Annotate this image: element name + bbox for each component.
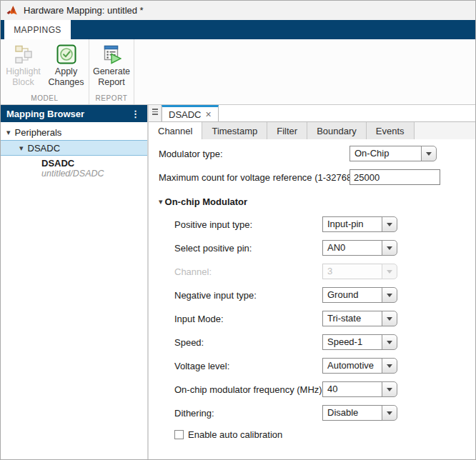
tree-item-dsadc-group[interactable]: ▾ DSADC — [1, 140, 147, 156]
toolbar-section-model-label: MODEL — [1, 94, 89, 102]
positive-input-type-label: Positive input type: — [174, 219, 252, 230]
chevron-down-icon — [387, 223, 392, 226]
positive-input-type-value[interactable]: Input-pin — [322, 216, 382, 232]
channel-value: 3 — [322, 264, 382, 279]
tab-timestamp[interactable]: Timestamp — [202, 122, 267, 139]
tree-item-dsadc-group-label: DSADC — [28, 143, 61, 154]
negative-input-type-value[interactable]: Ground — [322, 287, 382, 303]
auto-calibration-row: Enable auto calibration — [149, 429, 475, 440]
generate-report-icon — [101, 44, 122, 64]
chevron-down-icon — [387, 388, 392, 391]
toolbar-group-model: Highlight Block Apply Changes MODEL — [1, 39, 89, 104]
document-tab-dsadc[interactable]: DSADC × — [162, 105, 219, 121]
max-count-row: Maximum count for voltage reference (1-3… — [149, 169, 475, 185]
select-positive-pin-value[interactable]: AN0 — [322, 240, 382, 256]
window-title: Hardware Mapping: untitled * — [24, 5, 144, 16]
dropdown-button[interactable] — [382, 216, 397, 232]
chevron-down-icon — [387, 364, 392, 368]
select-positive-pin-combo[interactable]: AN0 — [322, 240, 397, 256]
expand-arrow-icon[interactable]: ▾ — [19, 144, 24, 152]
tree-item-peripherals[interactable]: ▾ Peripherals — [1, 124, 147, 140]
dropdown-button[interactable] — [382, 311, 397, 326]
apply-changes-icon — [56, 44, 76, 64]
voltage-level-combo[interactable]: Automotive — [322, 358, 397, 374]
channel-form: Modulator type: On-Chip Maximum count fo… — [149, 139, 475, 459]
apply-changes-label: Apply Changes — [46, 66, 87, 88]
generate-report-button[interactable]: Generate Report — [90, 39, 133, 88]
expand-arrow-icon[interactable]: ▾ — [6, 129, 11, 136]
modulator-type-combo[interactable]: On-Chip — [349, 146, 437, 161]
auto-calibration-label[interactable]: Enable auto calibration — [188, 429, 282, 440]
modulator-frequency-value[interactable]: 40 — [322, 381, 382, 397]
panel-menu-icon[interactable]: ⋮ — [129, 108, 142, 120]
voltage-level-label: Voltage level: — [174, 361, 229, 371]
negative-input-type-combo[interactable]: Ground — [322, 287, 397, 303]
dithering-label: Dithering: — [174, 408, 214, 419]
speed-combo[interactable]: Speed-1 — [322, 334, 397, 350]
close-icon[interactable]: × — [206, 109, 212, 119]
positive-input-type-combo[interactable]: Input-pin — [322, 216, 397, 232]
voltage-level-value[interactable]: Automotive — [322, 358, 382, 374]
chevron-down-icon — [387, 341, 392, 344]
toolbar-section-report-label: REPORT — [89, 94, 134, 102]
modulator-frequency-row: On-chip modulator frequency (MHz): 40 — [149, 381, 475, 397]
dithering-combo[interactable]: Disable — [322, 405, 397, 421]
dropdown-button[interactable] — [382, 240, 397, 256]
speed-row: Speed: Speed-1 — [149, 334, 475, 350]
dropdown-button[interactable] — [382, 287, 397, 303]
tree-leaf-name: DSADC — [41, 158, 147, 169]
chevron-down-icon — [387, 317, 392, 321]
generate-report-label: Generate Report — [91, 66, 132, 88]
tree-item-dsadc-leaf[interactable]: DSADC untitled/DSADC — [1, 158, 147, 179]
input-mode-row: Input Mode: Tri-state — [149, 311, 475, 326]
peripherals-tree: ▾ Peripherals ▾ DSADC DSADC untitled/DSA… — [1, 122, 147, 179]
dithering-value[interactable]: Disable — [322, 405, 382, 421]
onchip-modulator-section-header[interactable]: ▾ On-chip Modulator — [149, 196, 475, 207]
speed-value[interactable]: Speed-1 — [322, 334, 382, 350]
document-bar-menu-icon[interactable] — [149, 105, 162, 121]
apply-changes-button[interactable]: Apply Changes — [45, 39, 88, 88]
dropdown-button[interactable] — [382, 381, 397, 397]
dropdown-button[interactable] — [382, 405, 397, 421]
dropdown-button[interactable] — [382, 334, 397, 350]
dropdown-button — [382, 264, 397, 279]
tree-leaf-path: untitled/DSADC — [41, 169, 147, 179]
chevron-down-icon — [387, 294, 392, 297]
ribbon-toolbar: Highlight Block Apply Changes MODEL — [1, 39, 475, 105]
negative-input-type-label: Negative input type: — [174, 290, 257, 301]
input-mode-value[interactable]: Tri-state — [322, 311, 382, 326]
channel-combo-disabled: 3 — [322, 264, 397, 279]
tab-filter[interactable]: Filter — [267, 122, 307, 139]
input-mode-label: Input Mode: — [174, 314, 224, 324]
dropdown-button[interactable] — [382, 358, 397, 374]
document-tab-bar: DSADC × — [149, 105, 475, 121]
tab-boundary[interactable]: Boundary — [307, 122, 367, 139]
modulator-frequency-combo[interactable]: 40 — [322, 381, 397, 397]
auto-calibration-checkbox[interactable] — [174, 430, 184, 439]
titlebar: Hardware Mapping: untitled * — [1, 1, 475, 20]
select-positive-pin-row: Select positive pin: AN0 — [149, 240, 475, 256]
chevron-down-icon — [426, 152, 432, 156]
modulator-type-label: Modulator type: — [159, 149, 223, 159]
dropdown-button[interactable] — [421, 146, 437, 161]
speed-label: Speed: — [174, 337, 204, 348]
tab-mappings[interactable]: MAPPINGS — [4, 20, 71, 39]
mapping-browser-header: Mapping Browser ⋮ — [1, 105, 147, 122]
collapse-arrow-icon[interactable]: ▾ — [159, 198, 163, 206]
tab-events[interactable]: Events — [367, 122, 415, 139]
max-count-label: Maximum count for voltage reference (1-3… — [159, 172, 357, 183]
property-tabs: Channel Timestamp Filter Boundary Events — [149, 121, 475, 139]
input-mode-combo[interactable]: Tri-state — [322, 311, 397, 326]
highlight-block-icon — [14, 44, 34, 64]
mapping-browser-title: Mapping Browser — [6, 109, 129, 119]
voltage-level-row: Voltage level: Automotive — [149, 358, 475, 374]
highlight-block-button[interactable]: Highlight Block — [2, 39, 45, 88]
channel-row: Channel: 3 — [149, 264, 475, 279]
toolbar-group-report: Generate Report REPORT — [89, 39, 134, 104]
modulator-frequency-label: On-chip modulator frequency (MHz): — [174, 384, 324, 395]
channel-label: Channel: — [174, 266, 212, 277]
modulator-type-row: Modulator type: On-Chip — [149, 146, 475, 161]
tab-channel[interactable]: Channel — [149, 122, 202, 139]
max-count-input[interactable] — [349, 169, 440, 185]
modulator-type-value[interactable]: On-Chip — [349, 146, 422, 161]
